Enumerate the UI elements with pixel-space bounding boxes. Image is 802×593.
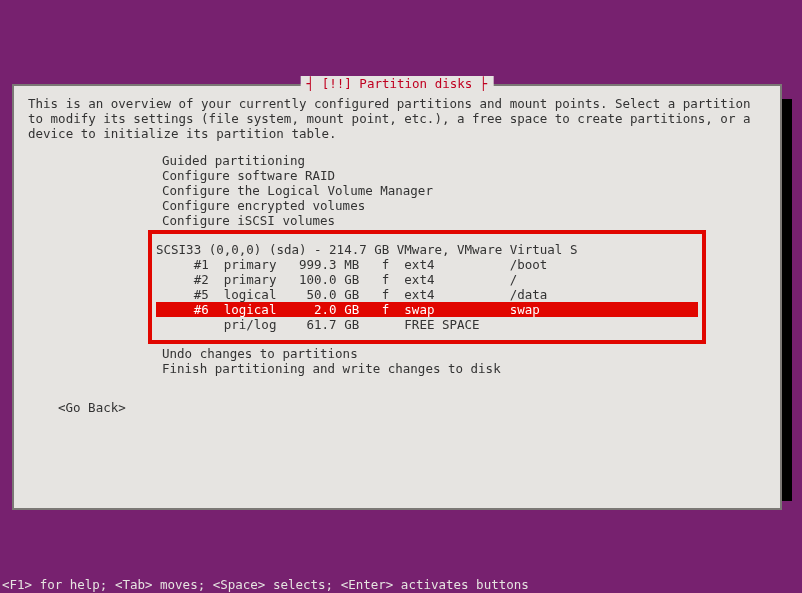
dialog-title-text: [!!] Partition disks (322, 76, 473, 91)
partition-row[interactable]: #1 primary 999.3 MB f ext4 /boot (156, 257, 698, 272)
partition-row[interactable]: #6 logical 2.0 GB f swap swap (156, 302, 698, 317)
help-bar: <F1> for help; <Tab> moves; <Space> sele… (0, 576, 802, 593)
partition-list: #1 primary 999.3 MB f ext4 /boot #2 prim… (156, 257, 698, 332)
go-back-button[interactable]: <Go Back> (58, 400, 766, 415)
disk-highlight-box: SCSI33 (0,0,0) (sda) - 214.7 GB VMware, … (148, 230, 706, 344)
partition-dialog: ┤ [!!] Partition disks ├ This is an over… (12, 84, 782, 510)
menu-guided[interactable]: Guided partitioning (162, 153, 766, 168)
disk-header[interactable]: SCSI33 (0,0,0) (sda) - 214.7 GB VMware, … (156, 242, 698, 257)
menu-top: Guided partitioning Configure software R… (162, 153, 766, 228)
menu-bottom: Undo changes to partitions Finish partit… (162, 346, 766, 376)
menu-iscsi[interactable]: Configure iSCSI volumes (162, 213, 766, 228)
partition-row[interactable]: #2 primary 100.0 GB f ext4 / (156, 272, 698, 287)
partition-row[interactable]: #5 logical 50.0 GB f ext4 /data (156, 287, 698, 302)
partition-row[interactable]: pri/log 61.7 GB FREE SPACE (156, 317, 698, 332)
dialog-panel: ┤ [!!] Partition disks ├ This is an over… (12, 84, 782, 510)
menu-undo[interactable]: Undo changes to partitions (162, 346, 766, 361)
dialog-description: This is an overview of your currently co… (28, 96, 766, 141)
menu-lvm[interactable]: Configure the Logical Volume Manager (162, 183, 766, 198)
menu-finish[interactable]: Finish partitioning and write changes to… (162, 361, 766, 376)
menu-raid[interactable]: Configure software RAID (162, 168, 766, 183)
menu-enc[interactable]: Configure encrypted volumes (162, 198, 766, 213)
dialog-title: ┤ [!!] Partition disks ├ (301, 76, 494, 91)
